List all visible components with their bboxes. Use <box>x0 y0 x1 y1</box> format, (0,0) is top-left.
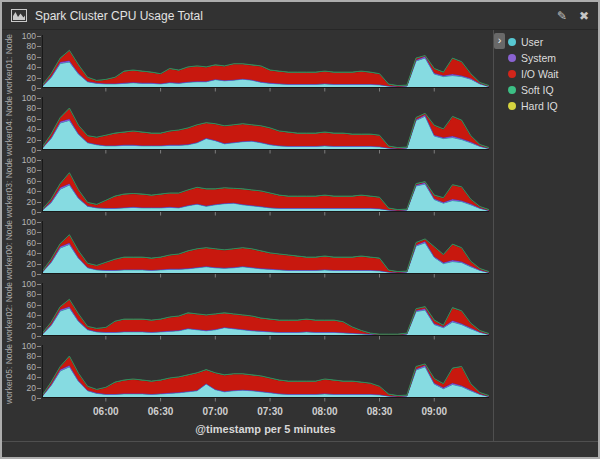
x-axis-title: @timestamp per 5 minutes <box>2 423 489 435</box>
legend-item-i-o-wait[interactable]: I/O Wait <box>508 68 592 80</box>
y-tick-mark <box>37 284 41 285</box>
legend-item-soft-iq[interactable]: Soft IQ <box>508 84 592 96</box>
y-tick-label: 80 <box>16 104 36 112</box>
y-tick-label: 80 <box>16 352 36 360</box>
y-tick-mark <box>37 129 41 130</box>
y-tick-mark <box>37 232 41 233</box>
y-tick-label: 40 <box>16 63 36 71</box>
y-tick-mark <box>37 119 41 120</box>
legend-dot <box>508 86 516 94</box>
legend-item-user[interactable]: User <box>508 36 592 48</box>
y-tick-label: 20 <box>16 260 36 268</box>
y-tick-mark <box>37 336 41 337</box>
stacked-area-chart[interactable] <box>42 157 489 219</box>
stacked-area-chart[interactable] <box>42 219 489 281</box>
y-tick-label: 40 <box>16 125 36 133</box>
y-tick-mark <box>37 377 41 378</box>
y-tick-mark <box>37 88 41 89</box>
row-label: worker03: Node <box>2 157 16 219</box>
legend-dot <box>508 70 516 78</box>
stacked-area-chart[interactable] <box>42 281 489 343</box>
y-tick-label: 20 <box>16 136 36 144</box>
x-axis-label: 07:30 <box>248 406 292 417</box>
y-tick-label: 40 <box>16 249 36 257</box>
y-tick-label: 100 <box>16 218 36 226</box>
stacked-area-chart[interactable] <box>42 33 489 95</box>
stacked-area-chart[interactable] <box>42 343 489 405</box>
legend-dot <box>508 102 516 110</box>
y-tick-label: 60 <box>16 363 36 371</box>
y-tick-mark <box>37 67 41 68</box>
chart-row-worker04: worker04: Node100806040200 <box>2 95 493 157</box>
y-tick-mark <box>37 326 41 327</box>
chart-row-worker01: worker01: Node100806040200 <box>2 33 493 95</box>
y-tick-label: 0 <box>16 146 36 154</box>
y-tick-label: 0 <box>16 394 36 402</box>
y-tick-label: 60 <box>16 53 36 61</box>
panel-header[interactable]: Spark Cluster CPU Usage Total ✎ ✖ <box>2 2 598 30</box>
y-tick-label: 100 <box>16 94 36 102</box>
y-tick-mark <box>37 212 41 213</box>
y-tick-label: 40 <box>16 311 36 319</box>
legend-items: UserSystemI/O WaitSoft IQHard IQ <box>508 36 592 112</box>
panel-title: Spark Cluster CPU Usage Total <box>35 9 549 23</box>
y-tick-mark <box>37 243 41 244</box>
y-tick-mark <box>37 160 41 161</box>
y-tick-mark <box>37 191 41 192</box>
x-axis-label: 07:00 <box>193 406 237 417</box>
y-tick-label: 20 <box>16 74 36 82</box>
close-icon[interactable]: ✖ <box>579 10 589 22</box>
legend-label: User <box>521 36 543 48</box>
charts-area: worker01: Node100806040200worker04: Node… <box>2 30 493 441</box>
edit-icon[interactable]: ✎ <box>557 10 567 22</box>
chart-row-worker02: worker02: Node100806040200 <box>2 281 493 343</box>
legend-item-hard-iq[interactable]: Hard IQ <box>508 100 592 112</box>
y-axis: 100806040200 <box>16 157 42 219</box>
chart-row-worker05: worker05: Node100806040200 <box>2 343 493 405</box>
legend-label: Soft IQ <box>521 84 554 96</box>
y-tick-mark <box>37 140 41 141</box>
y-tick-mark <box>37 356 41 357</box>
y-tick-label: 80 <box>16 290 36 298</box>
y-tick-mark <box>37 108 41 109</box>
chart-row-worker03: worker03: Node100806040200 <box>2 157 493 219</box>
y-tick-label: 0 <box>16 270 36 278</box>
y-tick-mark <box>37 36 41 37</box>
y-axis: 100806040200 <box>16 33 42 95</box>
y-tick-mark <box>37 57 41 58</box>
y-tick-mark <box>37 346 41 347</box>
legend-label: Hard IQ <box>521 100 558 112</box>
panel-actions: ✎ ✖ <box>557 10 589 22</box>
y-tick-label: 100 <box>16 32 36 40</box>
x-axis-label: 08:00 <box>303 406 347 417</box>
legend-dot <box>508 54 516 62</box>
x-axis-label: 08:30 <box>358 406 402 417</box>
row-label: worker01: Node <box>2 33 16 95</box>
y-tick-mark <box>37 46 41 47</box>
panel-footer <box>2 441 598 457</box>
legend-label: System <box>521 52 556 64</box>
x-axis-label: 09:00 <box>412 406 456 417</box>
y-tick-label: 60 <box>16 301 36 309</box>
y-tick-mark <box>37 150 41 151</box>
y-axis: 100806040200 <box>16 343 42 405</box>
y-tick-label: 0 <box>16 84 36 92</box>
y-tick-mark <box>37 294 41 295</box>
y-axis: 100806040200 <box>16 281 42 343</box>
y-tick-mark <box>37 398 41 399</box>
y-tick-mark <box>37 264 41 265</box>
y-tick-label: 40 <box>16 187 36 195</box>
y-tick-label: 20 <box>16 198 36 206</box>
legend: › UserSystemI/O WaitSoft IQHard IQ <box>493 30 598 441</box>
y-tick-mark <box>37 253 41 254</box>
y-tick-mark <box>37 315 41 316</box>
legend-item-system[interactable]: System <box>508 52 592 64</box>
stacked-area-chart[interactable] <box>42 95 489 157</box>
y-tick-label: 80 <box>16 42 36 50</box>
y-tick-mark <box>37 98 41 99</box>
area-chart-icon <box>11 9 27 22</box>
legend-collapse-button[interactable]: › <box>494 33 505 49</box>
y-tick-mark <box>37 202 41 203</box>
y-tick-mark <box>37 388 41 389</box>
y-axis: 100806040200 <box>16 95 42 157</box>
